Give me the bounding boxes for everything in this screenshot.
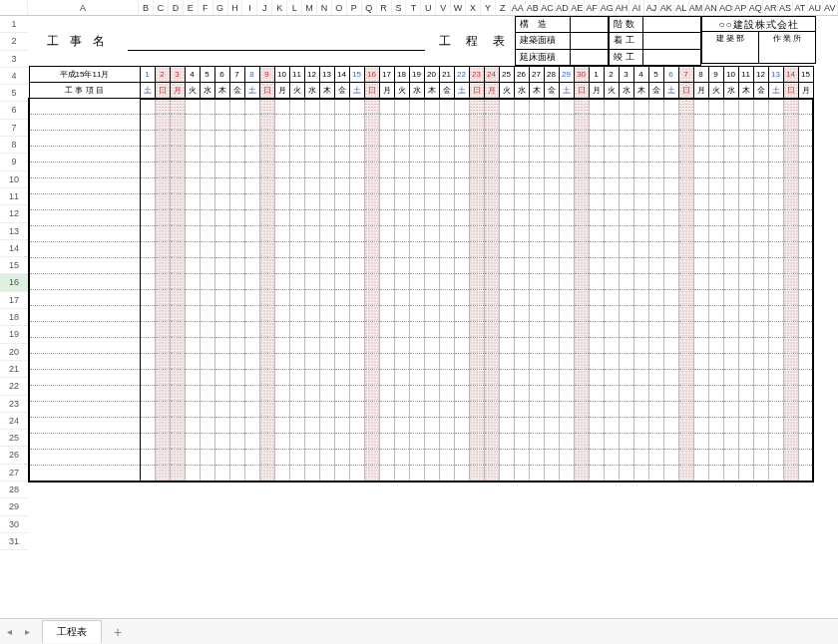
info-value[interactable] [643,33,701,49]
grid-cell[interactable] [753,466,768,482]
grid-cell[interactable] [738,386,753,402]
grid-cell[interactable] [289,434,304,450]
grid-cell[interactable] [514,466,529,482]
grid-cell[interactable] [319,274,334,290]
grid-cell[interactable] [648,242,663,258]
grid-cell[interactable] [708,147,723,162]
grid-cell[interactable] [259,178,274,194]
grid-cell[interactable] [499,162,514,178]
grid-cell[interactable] [559,194,574,210]
grid-cell[interactable] [559,402,574,418]
grid-cell[interactable] [200,418,214,434]
grid-cell[interactable] [723,402,738,418]
grid-cell[interactable] [514,274,529,290]
grid-cell[interactable] [469,226,484,242]
grid-cell[interactable] [663,434,678,450]
grid-cell[interactable] [379,99,394,115]
grid-cell[interactable] [738,370,753,386]
grid-cell[interactable] [379,115,394,131]
item-cell[interactable] [29,306,140,322]
row-header[interactable]: 5 [0,85,28,102]
grid-cell[interactable] [289,210,304,226]
grid-cell[interactable] [619,354,633,370]
info-value[interactable] [571,49,609,65]
grid-cell[interactable] [663,258,678,274]
grid-cell[interactable] [334,147,349,162]
grid-cell[interactable] [229,402,244,418]
grid-cell[interactable] [753,274,768,290]
grid-cell[interactable] [319,162,334,178]
grid-cell[interactable] [693,402,708,418]
grid-cell[interactable] [379,434,394,450]
grid-cell[interactable] [289,290,304,306]
grid-cell[interactable] [663,147,678,162]
grid-cell[interactable] [633,354,648,370]
grid-cell[interactable] [693,178,708,194]
item-cell[interactable] [29,194,140,210]
grid-cell[interactable] [304,115,319,131]
grid-cell[interactable] [155,131,170,147]
grid-cell[interactable] [768,99,783,115]
grid-cell[interactable] [753,450,768,466]
grid-cell[interactable] [349,306,364,322]
grid-cell[interactable] [708,354,723,370]
grid-cell[interactable] [633,322,648,338]
col-header[interactable]: D [169,0,184,15]
row-header[interactable]: 8 [0,137,28,154]
grid-cell[interactable] [214,402,229,418]
grid-cell[interactable] [229,162,244,178]
grid-cell[interactable] [738,242,753,258]
grid-cell[interactable] [394,434,409,450]
grid-cell[interactable] [738,402,753,418]
grid-cell[interactable] [499,434,514,450]
grid-cell[interactable] [364,99,379,115]
grid-cell[interactable] [454,194,469,210]
grid-cell[interactable] [334,370,349,386]
grid-cell[interactable] [185,178,200,194]
grid-cell[interactable] [200,274,214,290]
grid-cell[interactable] [738,306,753,322]
grid-cell[interactable] [798,402,813,418]
row-header[interactable]: 24 [0,413,28,430]
grid-cell[interactable] [798,226,813,242]
grid-cell[interactable] [274,370,289,386]
grid-cell[interactable] [364,306,379,322]
grid-cell[interactable] [484,162,499,178]
grid-cell[interactable] [170,178,185,194]
col-header[interactable]: Y [481,0,496,15]
grid-cell[interactable] [604,274,619,290]
grid-cell[interactable] [185,274,200,290]
grid-cell[interactable] [544,450,559,466]
grid-cell[interactable] [663,178,678,194]
grid-cell[interactable] [140,434,155,450]
grid-cell[interactable] [349,242,364,258]
grid-cell[interactable] [529,418,544,434]
grid-cell[interactable] [529,162,544,178]
item-cell[interactable] [29,354,140,370]
grid-cell[interactable] [648,450,663,466]
grid-cell[interactable] [454,147,469,162]
grid-cell[interactable] [589,322,604,338]
col-header[interactable]: I [242,0,257,15]
grid-cell[interactable] [514,147,529,162]
grid-cell[interactable] [244,402,259,418]
sheet-tab[interactable]: 工程表 [42,620,102,643]
item-cell[interactable] [29,210,140,226]
grid-cell[interactable] [708,370,723,386]
grid-cell[interactable] [633,274,648,290]
grid-cell[interactable] [319,147,334,162]
grid-cell[interactable] [544,418,559,434]
grid-cell[interactable] [619,386,633,402]
grid-cell[interactable] [170,386,185,402]
grid-cell[interactable] [514,386,529,402]
grid-cell[interactable] [708,162,723,178]
grid-cell[interactable] [798,290,813,306]
grid-cell[interactable] [214,322,229,338]
grid-cell[interactable] [244,290,259,306]
grid-cell[interactable] [544,306,559,322]
col-header[interactable]: N [317,0,332,15]
grid-cell[interactable] [379,131,394,147]
grid-cell[interactable] [155,194,170,210]
grid-cell[interactable] [529,322,544,338]
grid-cell[interactable] [798,210,813,226]
